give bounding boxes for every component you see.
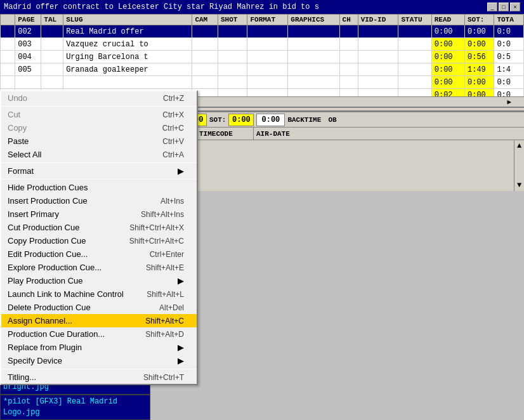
menu-item-edit-production-cue---[interactable]: Edit Production Cue...Ctrl+Enter [1, 247, 197, 261]
menu-item-label: Copy Production Cue [8, 236, 86, 246]
table-cell [247, 25, 288, 38]
menu-item-insert-primary[interactable]: Insert PrimaryShift+Alt+Ins [1, 207, 197, 221]
scroll-up-arrow[interactable]: ▲ [517, 141, 521, 150]
table-cell [358, 38, 398, 51]
table-cell [218, 38, 247, 51]
menu-item-shortcut: Shift+Ctrl+Alt+C [129, 237, 184, 246]
table-cell [218, 51, 247, 63]
table-cell [358, 89, 398, 97]
table-cell [247, 76, 288, 89]
col-header-status: STATU [398, 15, 431, 25]
col-header-shot: SHOT [218, 15, 247, 25]
backtime-label: BACKTIME [287, 116, 325, 124]
rundown-table: PAGE TAL SLUG CAM SHOT FORMAT GRAPHICS C… [0, 14, 524, 96]
menu-item-label: Cut Production Cue [8, 223, 79, 232]
table-cell [288, 76, 339, 89]
menu-item-label: Specify Device [8, 356, 62, 365]
table-cell: Real Madrid offer [63, 25, 192, 38]
table-cell: 0:56 [464, 51, 494, 63]
table-row[interactable]: 002Real Madrid offer0:000:000:0 [1, 25, 524, 38]
window-title: Madrid offer contract to Leicester City … [4, 3, 319, 11]
minimize-button[interactable]: _ [487, 3, 497, 11]
table-cell [41, 25, 63, 38]
submenu-arrow-icon: ▶ [178, 343, 184, 352]
menu-item-select-all[interactable]: Select AllCtrl+A [1, 148, 197, 161]
table-row[interactable]: 004Urging Barcelona t0:000:560:5 [1, 51, 524, 63]
col-header-vidid: VID-ID [358, 15, 398, 25]
menu-item-specify-device[interactable]: Specify Device▶ [1, 354, 197, 367]
table-cell: 005 [15, 63, 41, 76]
menu-item-production-cue-duration---[interactable]: Production Cue Duration...Shift+Alt+D [1, 327, 197, 341]
menu-item-shortcut: Ctrl+X [162, 110, 184, 119]
sub-airdate: AIR-DATE [254, 128, 524, 140]
col-header-page: PAGE [15, 15, 41, 25]
menu-separator [1, 369, 197, 369]
table-cell [218, 25, 247, 38]
menu-item-shortcut: Shift+Ctrl+T [143, 373, 184, 382]
menu-item-cut[interactable]: CutCtrl+X [1, 108, 197, 121]
menu-item-hide-production-cues[interactable]: Hide Production Cues [1, 181, 197, 194]
table-row[interactable]: 005Granada goalkeeper0:001:491:4 [1, 63, 524, 76]
menu-item-delete-production-cue[interactable]: Delete Production CueAlt+Del [1, 301, 197, 314]
table-cell [398, 89, 431, 97]
menu-item-shortcut: Shift+Ctrl+Alt+X [129, 223, 184, 232]
menu-item-shortcut: Ctrl+Enter [150, 250, 184, 259]
table-cell [1, 38, 15, 51]
menu-item-replace-from-plugin[interactable]: Replace from Plugin▶ [1, 341, 197, 354]
menu-item-shortcut: Shift+Alt+E [146, 263, 184, 272]
table-cell: 003 [15, 38, 41, 51]
close-button[interactable]: × [510, 3, 520, 11]
menu-item-insert-production-cue[interactable]: Insert Production CueAlt+Ins [1, 194, 197, 207]
menu-item-label: Delete Production Cue [8, 303, 91, 312]
menu-item-copy[interactable]: CopyCtrl+C [1, 121, 197, 135]
submenu-arrow-icon: ▶ [178, 356, 184, 365]
table-cell: 0:00 [431, 51, 464, 63]
menu-item-paste[interactable]: PasteCtrl+V [1, 135, 197, 148]
menu-item-assign-channel---[interactable]: Assign Channel...Shift+Alt+C [1, 314, 197, 327]
table-cell [218, 63, 247, 76]
menu-item-cut-production-cue[interactable]: Cut Production CueShift+Ctrl+Alt+X [1, 221, 197, 234]
menu-item-label: Insert Production Cue [8, 196, 88, 206]
table-cell [339, 51, 358, 63]
table-cell [192, 63, 218, 76]
table-cell [192, 25, 218, 38]
cg-label: OB [328, 116, 336, 124]
menu-item-undo[interactable]: UndoCtrl+Z [1, 91, 197, 105]
menu-item-play-production-cue[interactable]: Play Production Cue▶ [1, 274, 197, 287]
menu-item-label: Insert Primary [8, 209, 59, 219]
table-cell [339, 76, 358, 89]
scroll-arrow-right[interactable]: ▶ [507, 98, 511, 106]
col-header-sot: SOT: [464, 15, 494, 25]
table-cell [339, 38, 358, 51]
table-cell [1, 51, 15, 63]
menu-separator [1, 179, 197, 180]
col-header-tal: TAL [41, 15, 63, 25]
menu-item-label: Explore Production Cue... [8, 263, 102, 272]
menu-item-explore-production-cue---[interactable]: Explore Production Cue...Shift+Alt+E [1, 261, 197, 274]
table-cell: 0:02 [431, 89, 464, 97]
table-cell [358, 76, 398, 89]
table-cell [247, 89, 288, 97]
table-cell [218, 76, 247, 89]
menu-item-copy-production-cue[interactable]: Copy Production CueShift+Ctrl+Alt+C [1, 234, 197, 247]
menu-item-format[interactable]: Format▶ [1, 164, 197, 178]
table-cell [247, 38, 288, 51]
col-header-index [1, 15, 15, 25]
right-scrollbar[interactable]: ▲ ▼ [514, 140, 524, 191]
scroll-down-arrow[interactable]: ▼ [517, 181, 521, 190]
submenu-arrow-icon: ▶ [178, 166, 184, 176]
menu-item-label: Undo [8, 93, 27, 103]
menu-item-shortcut: Ctrl+A [162, 150, 184, 159]
title-bar: Madrid offer contract to Leicester City … [0, 0, 524, 14]
menu-item-shortcut: Shift+Alt+D [145, 330, 184, 339]
menu-item-shortcut: Ctrl+C [162, 124, 184, 133]
total-time-display: 0:00 [256, 114, 285, 126]
main-area: PAGE TAL SLUG CAM SHOT FORMAT GRAPHICS C… [0, 14, 524, 420]
maximize-button[interactable]: □ [499, 3, 509, 11]
menu-item-shortcut: Shift+Alt+C [145, 317, 184, 325]
menu-item-launch-link-to-machine-control[interactable]: Launch Link to Machine ControlShift+Alt+… [1, 287, 197, 301]
menu-item-titling---[interactable]: Titling...Shift+Ctrl+T [1, 371, 197, 384]
menu-item-label: Replace from Plugin [8, 343, 82, 352]
table-row[interactable]: 003Vazquez crucial to0:000:000:0 [1, 38, 524, 51]
table-row[interactable]: 0:000:000:0 [1, 76, 524, 89]
